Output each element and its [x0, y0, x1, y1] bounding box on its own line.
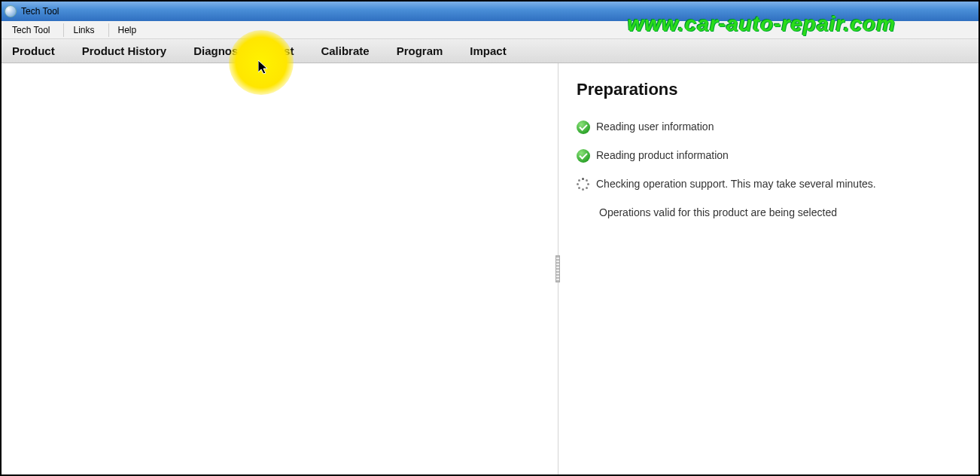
menubar: Tech Tool Links Help [2, 21, 978, 39]
tab-test[interactable]: Test [269, 41, 297, 60]
tab-calibrate[interactable]: Calibrate [318, 41, 372, 60]
window-title: Tech Tool [21, 6, 59, 17]
tab-impact[interactable]: Impact [467, 41, 509, 60]
tab-product-history[interactable]: Product History [79, 41, 170, 60]
prep-item: Reading user information [577, 121, 965, 134]
left-pane [2, 63, 558, 474]
menu-techtool[interactable]: Tech Tool [8, 23, 59, 37]
tab-product[interactable]: Product [9, 41, 58, 60]
prep-item-text: Reading product information [596, 149, 729, 161]
menu-help[interactable]: Help [108, 23, 146, 37]
prep-item: Reading product information [577, 149, 965, 163]
splitter-handle[interactable] [555, 255, 560, 282]
tabbar: Product Product History Diagnose Test Ca… [2, 39, 978, 63]
check-ok-icon [577, 121, 590, 134]
prep-item: Checking operation support. This may tak… [577, 178, 965, 191]
busy-spinner-icon [577, 178, 590, 191]
app-icon [5, 5, 17, 17]
app-window: Tech Tool Tech Tool Links Help Product P… [0, 0, 980, 476]
tab-diagnose[interactable]: Diagnose [190, 41, 248, 60]
preparations-heading: Preparations [577, 80, 965, 99]
prep-sub-text: Operations valid for this product are be… [599, 206, 965, 218]
prep-item-text: Checking operation support. This may tak… [596, 178, 876, 190]
titlebar: Tech Tool [2, 2, 978, 21]
content-area: Preparations Reading user information Re… [2, 63, 978, 474]
tab-program[interactable]: Program [394, 41, 446, 60]
check-ok-icon [577, 149, 590, 163]
right-pane: Preparations Reading user information Re… [558, 63, 978, 474]
prep-item-text: Reading user information [596, 121, 714, 133]
menu-links[interactable]: Links [63, 23, 103, 37]
